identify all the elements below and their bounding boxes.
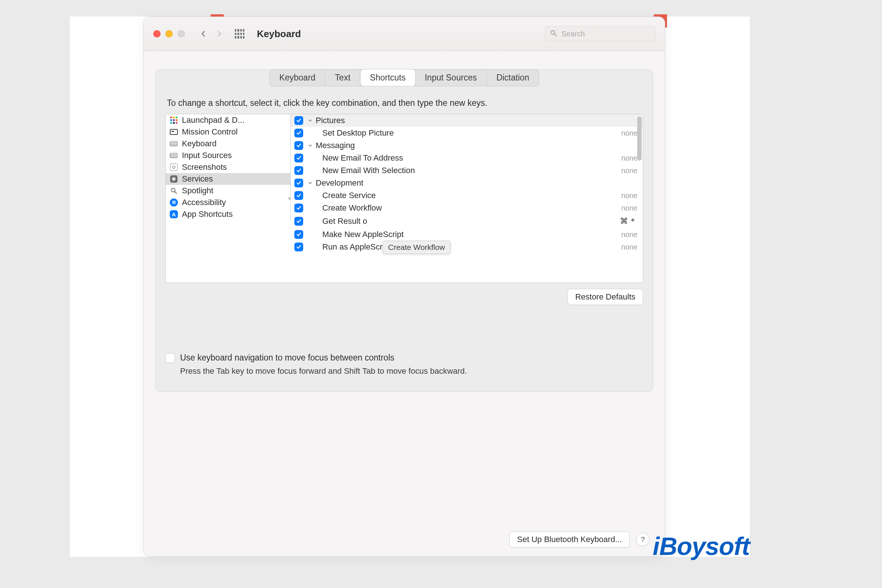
category-keyboard[interactable]: Keyboard — [166, 138, 290, 150]
tabstrip: KeyboardTextShortcutsInput SourcesDictat… — [269, 69, 539, 86]
shortcut-value[interactable]: none — [618, 204, 638, 212]
svg-line-1 — [555, 34, 556, 36]
category-label: Accessibility — [182, 198, 226, 207]
help-button[interactable]: ? — [636, 533, 650, 546]
watermark-logo: iBoysoft — [652, 532, 750, 560]
shortcut-value[interactable]: none — [618, 129, 638, 138]
search-input[interactable] — [561, 29, 651, 39]
category-launchpad-d-[interactable]: Launchpad & D... — [166, 114, 290, 126]
forward-button — [216, 30, 223, 38]
shortcut-value[interactable]: ⌘＊ — [616, 216, 638, 227]
checkbox-icon[interactable] — [294, 129, 303, 138]
category-label: Launchpad & D... — [182, 116, 244, 125]
restore-row: Restore Defaults — [165, 289, 643, 305]
shortcut-value[interactable]: none — [618, 166, 638, 175]
service-label: New Email To Address — [322, 153, 618, 163]
service-label: Set Desktop Picture — [322, 128, 618, 138]
category-spotlight[interactable]: Spotlight — [166, 185, 290, 196]
keyboard-nav-hint: Press the Tab key to move focus forward … — [180, 366, 643, 376]
service-label: Get Result o — [322, 216, 616, 226]
stage: Keyboard KeyboardTextShortcutsInput Sour… — [70, 16, 750, 557]
category-services[interactable]: Services — [166, 173, 290, 185]
tabstrip-container: KeyboardTextShortcutsInput SourcesDictat… — [165, 69, 643, 86]
chevron-down-icon[interactable] — [307, 118, 314, 123]
tab-keyboard[interactable]: Keyboard — [270, 69, 325, 86]
checkbox-icon[interactable] — [294, 166, 303, 175]
chevron-down-icon[interactable] — [307, 180, 314, 186]
category-list[interactable]: Launchpad & D...Mission ControlKeyboardI… — [166, 114, 291, 220]
service-item-new-email-with-selection[interactable]: New Email With Selectionnone — [291, 164, 643, 177]
shortcut-value[interactable]: none — [618, 243, 638, 251]
service-list[interactable]: PicturesSet Desktop PicturenoneMessaging… — [291, 114, 643, 283]
service-item-create-workflow[interactable]: Create Workflownone — [291, 202, 643, 214]
service-label: Pictures — [316, 116, 638, 125]
restore-defaults-button[interactable]: Restore Defaults — [567, 289, 643, 305]
checkbox-icon[interactable] — [294, 116, 303, 125]
checkbox-icon[interactable] — [294, 243, 303, 251]
tab-dictation[interactable]: Dictation — [487, 69, 539, 86]
launchpad-icon — [170, 116, 178, 124]
spotlight-icon — [170, 186, 178, 195]
category-label: App Shortcuts — [182, 210, 232, 219]
shortcut-value[interactable]: none — [618, 154, 638, 162]
tab-input-sources[interactable]: Input Sources — [415, 69, 487, 86]
category-mission-control[interactable]: Mission Control — [166, 126, 290, 138]
checkbox-icon[interactable] — [294, 141, 303, 150]
search-field[interactable] — [545, 26, 655, 42]
scrollbar-thumb[interactable] — [637, 117, 642, 160]
service-item-make-new-applescript[interactable]: Make New AppleScriptnone — [291, 228, 643, 241]
svg-line-3 — [175, 192, 177, 194]
keyboard-nav-label: Use keyboard navigation to move focus be… — [180, 353, 394, 363]
checkbox-icon[interactable] — [294, 154, 303, 162]
checkbox-icon[interactable] — [294, 178, 303, 188]
preferences-window: Keyboard KeyboardTextShortcutsInput Sour… — [143, 16, 665, 557]
checkbox-icon[interactable] — [294, 217, 303, 226]
checkbox-icon[interactable] — [294, 230, 303, 239]
service-item-get-result-o[interactable]: Get Result o⌘＊ — [291, 214, 643, 228]
category-label: Services — [182, 174, 213, 184]
traffic-lights — [153, 30, 185, 38]
chevron-down-icon[interactable] — [307, 143, 314, 148]
service-label: Create Workflow — [322, 203, 618, 213]
service-group-pictures[interactable]: Pictures — [291, 114, 643, 127]
keyboard-nav-section: Use keyboard navigation to move focus be… — [165, 353, 643, 376]
category-input-sources[interactable]: Input Sources — [166, 150, 290, 161]
service-list-container: PicturesSet Desktop PicturenoneMessaging… — [291, 114, 643, 283]
screenshot-icon — [170, 163, 178, 172]
service-item-create-service[interactable]: Create Servicenone — [291, 189, 643, 202]
checkbox-icon[interactable] — [294, 204, 303, 212]
category-app-shortcuts[interactable]: AApp Shortcuts — [166, 208, 290, 220]
service-group-development[interactable]: Development — [291, 177, 643, 189]
shortcut-value[interactable]: none — [618, 192, 638, 200]
service-label: New Email With Selection — [322, 166, 618, 175]
show-all-button[interactable] — [235, 29, 244, 39]
acc-icon: ✻ — [170, 198, 178, 207]
instruction-text: To change a shortcut, select it, click t… — [167, 98, 642, 108]
input-icon — [170, 151, 178, 160]
close-window-button[interactable] — [153, 30, 160, 38]
keyboard-nav-checkbox[interactable] — [165, 353, 175, 363]
minimize-window-button[interactable] — [165, 30, 173, 38]
bluetooth-keyboard-button[interactable]: Set Up Bluetooth Keyboard... — [509, 531, 630, 548]
search-icon — [550, 29, 557, 38]
nav-arrows — [200, 30, 223, 38]
service-label: Development — [316, 178, 638, 188]
back-button[interactable] — [200, 30, 207, 38]
gear-icon — [170, 175, 178, 183]
category-accessibility[interactable]: ✻Accessibility — [166, 196, 290, 208]
tab-shortcuts[interactable]: Shortcuts — [360, 69, 416, 86]
category-label: Keyboard — [182, 139, 216, 148]
window-footer: Set Up Bluetooth Keyboard... ? — [509, 531, 650, 548]
category-label: Mission Control — [182, 127, 238, 137]
service-group-messaging[interactable]: Messaging — [291, 139, 643, 152]
category-screenshots[interactable]: Screenshots — [166, 161, 290, 173]
shortcut-value[interactable]: none — [618, 230, 638, 239]
service-item-new-email-to-address[interactable]: New Email To Addressnone — [291, 152, 643, 164]
service-item-set-desktop-picture[interactable]: Set Desktop Picturenone — [291, 127, 643, 139]
window-title: Keyboard — [257, 28, 301, 40]
zoom-window-button — [177, 30, 185, 38]
tab-text[interactable]: Text — [325, 69, 360, 86]
checkbox-icon[interactable] — [294, 191, 303, 200]
keyboard-nav-row: Use keyboard navigation to move focus be… — [165, 353, 643, 363]
service-item-run-as-applescript[interactable]: Run as AppleScriptnone — [291, 241, 643, 253]
